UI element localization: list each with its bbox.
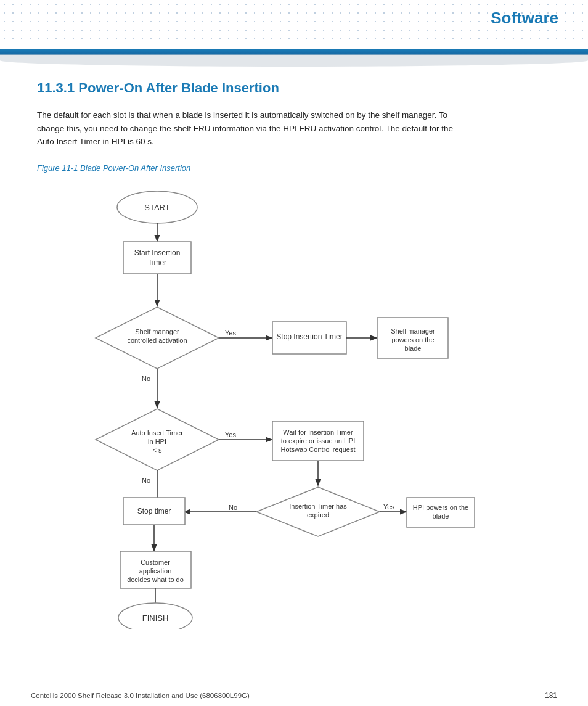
svg-text:blade: blade: [433, 512, 449, 520]
gray-curve: [0, 54, 588, 67]
svg-text:decides what to do: decides what to do: [127, 576, 184, 583]
no-label-3: No: [229, 504, 237, 511]
svg-text:Timer: Timer: [148, 258, 166, 267]
body-text: The default for each slot is that when a…: [37, 109, 468, 149]
customer-app-label: Customer: [141, 559, 170, 566]
yes-label-2: Yes: [225, 431, 236, 438]
figure-caption: Figure 11-1 Blade Power-On After Inserti…: [37, 163, 551, 173]
insertion-expired-label: Insertion Timer has: [289, 503, 347, 510]
main-content: 11.3.1 Power-On After Blade Insertion Th…: [0, 55, 588, 654]
finish-label: FINISH: [142, 614, 169, 623]
stop-insertion-label: Stop Insertion Timer: [276, 332, 342, 341]
section-number: 11.3.1: [37, 80, 75, 96]
wait-timer-label: Wait for Insertion Timer: [283, 429, 353, 436]
svg-text:expired: expired: [307, 511, 329, 519]
svg-text:controlled activation: controlled activation: [127, 337, 187, 344]
svg-text:Hotswap Control request: Hotswap Control request: [280, 446, 355, 453]
yes-label-3: Yes: [383, 503, 394, 511]
section-heading: Power-On After Blade Insertion: [78, 80, 279, 96]
shelf-manager-decision-label: Shelf manager: [135, 328, 179, 335]
header-title: Software: [491, 9, 558, 28]
svg-text:application: application: [139, 567, 172, 575]
svg-text:to expire or issue an HPI: to expire or issue an HPI: [281, 437, 355, 445]
auto-insert-label: Auto Insert Timer: [131, 429, 183, 437]
section-title: 11.3.1 Power-On After Blade Insertion: [37, 80, 551, 96]
no-label-1: No: [142, 375, 150, 382]
header: Software: [0, 0, 588, 55]
start-label: START: [144, 203, 169, 212]
footer: Centellis 2000 Shelf Release 3.0 Install…: [0, 684, 588, 706]
hpi-powers-label: HPI powers on the: [413, 504, 469, 511]
flowchart: START Start Insertion Timer Shelf manage…: [62, 185, 481, 629]
svg-text:blade: blade: [405, 345, 422, 352]
start-insertion-label: Start Insertion: [134, 248, 181, 257]
shelf-powers-label: Shelf manager: [391, 327, 435, 335]
svg-text:powers on the: powers on the: [391, 336, 434, 343]
svg-text:< s: < s: [153, 446, 162, 454]
stop-timer-label: Stop timer: [137, 507, 171, 515]
footer-left: Centellis 2000 Shelf Release 3.0 Install…: [31, 692, 250, 699]
footer-right: 181: [545, 691, 557, 700]
no-label-2: No: [142, 477, 150, 484]
flowchart-svg: START Start Insertion Timer Shelf manage…: [62, 185, 481, 629]
yes-label-1: Yes: [225, 329, 236, 337]
svg-rect-2: [123, 242, 191, 274]
svg-text:in HPI: in HPI: [148, 438, 166, 445]
